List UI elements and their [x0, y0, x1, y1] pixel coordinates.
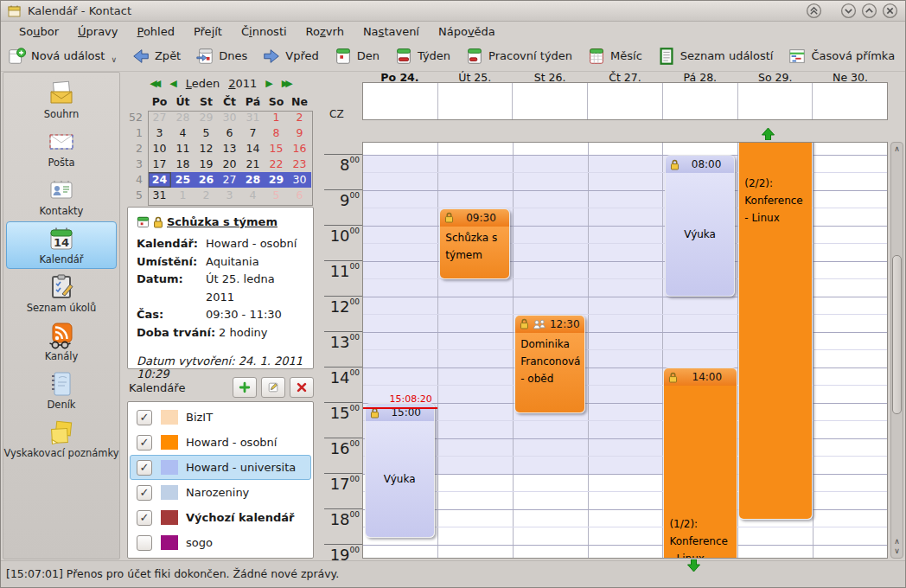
- week-number[interactable]: 3: [127, 157, 148, 172]
- mini-calendar-day[interactable]: 1: [171, 188, 195, 203]
- event-title-link[interactable]: Schůzka s týmem: [167, 215, 278, 228]
- delete-calendar-button[interactable]: [290, 377, 314, 398]
- mini-calendar-day[interactable]: 1: [265, 110, 288, 125]
- mini-calendar-day[interactable]: 28: [171, 110, 195, 125]
- mini-calendar-day[interactable]: 11: [171, 141, 195, 157]
- mini-calendar-day[interactable]: 22: [265, 157, 288, 172]
- mini-calendar-day[interactable]: 30: [218, 110, 241, 125]
- close-icon[interactable]: [882, 3, 898, 19]
- agenda-event[interactable]: (2/2): Konference - Linux: [738, 142, 813, 520]
- sidebar-item[interactable]: Vyskakovací poznámky: [6, 415, 117, 463]
- agenda-day-header[interactable]: Po 24.: [362, 71, 437, 83]
- mini-calendar-day[interactable]: 10: [148, 141, 171, 157]
- toolbar-button[interactable]: Seznam událostí: [657, 47, 774, 66]
- calendar-checkbox[interactable]: ✓: [137, 460, 152, 476]
- mini-calendar-day[interactable]: 26: [195, 172, 218, 188]
- mini-calendar-day[interactable]: 14: [241, 141, 265, 157]
- all-day-cell[interactable]: [813, 83, 887, 119]
- add-calendar-button[interactable]: [233, 377, 257, 398]
- vertical-scrollbar[interactable]: ∧ ∧ ∨: [890, 142, 903, 559]
- day-column[interactable]: [589, 143, 664, 558]
- sidebar-item[interactable]: 14Kalendář: [6, 221, 117, 269]
- scrollbar-thumb[interactable]: [892, 255, 902, 414]
- all-day-cell[interactable]: [663, 83, 738, 119]
- scroll-up-icon[interactable]: ∧: [891, 144, 903, 153]
- mini-calendar-day[interactable]: 29: [265, 172, 288, 188]
- edit-calendar-button[interactable]: [261, 377, 285, 398]
- mini-calendar-day[interactable]: 21: [241, 157, 265, 172]
- all-day-cell[interactable]: [363, 83, 438, 119]
- scroll-down-icon[interactable]: ∨: [891, 546, 903, 555]
- year-label[interactable]: 2011: [228, 77, 257, 90]
- calendar-list-item[interactable]: ✓Howard - universita: [130, 455, 311, 480]
- mini-calendar-day[interactable]: 15: [265, 141, 288, 157]
- agenda-day-header[interactable]: St 26.: [513, 71, 588, 83]
- toolbar-button[interactable]: Týden: [394, 47, 450, 66]
- mini-calendar-day[interactable]: 7: [241, 125, 265, 141]
- previous-month-button[interactable]: ◀: [169, 79, 176, 88]
- calendar-checkbox[interactable]: ✓: [137, 410, 152, 425]
- mini-calendar-day[interactable]: 3: [148, 125, 171, 141]
- mini-calendar-day[interactable]: 8: [265, 125, 288, 141]
- week-number[interactable]: 52: [127, 110, 148, 125]
- mini-calendar-day[interactable]: 2: [195, 188, 218, 203]
- sidebar-item[interactable]: Seznam úkolů: [6, 270, 117, 317]
- keep-above-icon[interactable]: [806, 3, 822, 19]
- day-column[interactable]: [438, 143, 514, 558]
- mini-calendar-day[interactable]: 31: [241, 110, 265, 125]
- toolbar-button[interactable]: Den: [334, 47, 380, 66]
- mini-calendar-day[interactable]: 2: [288, 110, 311, 125]
- mini-calendar-day[interactable]: 30: [288, 172, 311, 188]
- next-month-button[interactable]: ▶: [265, 79, 272, 88]
- menu-item[interactable]: Pohled: [128, 23, 184, 40]
- calendar-list-item[interactable]: sogo: [130, 530, 311, 555]
- calendar-checkbox[interactable]: ✓: [137, 485, 152, 501]
- mini-calendar-day[interactable]: 29: [195, 110, 218, 125]
- scroll-up-icon[interactable]: ∧: [891, 537, 903, 546]
- week-number[interactable]: 5: [127, 188, 148, 203]
- mini-calendar-day[interactable]: 16: [288, 141, 311, 157]
- menu-item[interactable]: Rozvrh: [297, 23, 354, 40]
- calendar-checkbox[interactable]: [137, 535, 152, 551]
- all-day-cell[interactable]: [738, 83, 813, 119]
- menu-item[interactable]: Činnosti: [232, 23, 297, 40]
- maximize-icon[interactable]: [861, 3, 877, 19]
- mini-calendar-day[interactable]: 27: [148, 110, 171, 125]
- mini-calendar-day[interactable]: 4: [241, 188, 265, 203]
- mini-calendar-day[interactable]: 19: [195, 157, 218, 172]
- sidebar-item[interactable]: Kanály: [6, 318, 117, 366]
- mini-calendar-day[interactable]: 5: [195, 125, 218, 141]
- agenda-day-header[interactable]: Pá 28.: [662, 71, 737, 83]
- mini-calendar-day[interactable]: 28: [241, 172, 265, 188]
- agenda-event[interactable]: 09:30Schůzka s týmem: [439, 208, 509, 279]
- calendar-checkbox[interactable]: ✓: [137, 510, 152, 526]
- calendar-list-item[interactable]: ✓Výchozí kalendář: [130, 505, 311, 530]
- month-label[interactable]: Leden: [186, 77, 220, 90]
- week-number[interactable]: 2: [127, 141, 148, 157]
- menu-item[interactable]: Nastavení: [354, 23, 429, 40]
- toolbar-button[interactable]: Pracovní týden: [465, 47, 572, 66]
- toolbar-button[interactable]: Dnes: [195, 47, 247, 66]
- mini-calendar-day[interactable]: 3: [218, 188, 241, 203]
- all-day-cell[interactable]: [438, 83, 514, 119]
- calendar-checkbox[interactable]: ✓: [137, 435, 152, 451]
- calendar-list-item[interactable]: ✓Howard - osobní: [130, 430, 311, 455]
- week-number[interactable]: 1: [127, 125, 148, 141]
- agenda-event[interactable]: 14:00(1/2): Konference - Linux: [663, 368, 737, 559]
- minimize-icon[interactable]: [840, 3, 857, 19]
- sidebar-item[interactable]: Pošta: [6, 125, 117, 172]
- mini-calendar-day[interactable]: 23: [288, 157, 311, 172]
- toolbar-button[interactable]: Vpřed: [262, 47, 318, 66]
- menu-item[interactable]: Přejít: [184, 23, 232, 40]
- toolbar-button[interactable]: Nová událost∨: [8, 47, 117, 66]
- toolbar-button[interactable]: Časová přímka: [788, 47, 895, 66]
- week-number[interactable]: 4: [127, 172, 148, 188]
- agenda-event[interactable]: 15:00Výuka: [365, 403, 435, 538]
- mini-calendar-day[interactable]: 25: [171, 172, 195, 188]
- agenda-day-header[interactable]: Čt 27.: [588, 71, 663, 83]
- toolbar-button[interactable]: Měsíc: [587, 47, 642, 66]
- mini-calendar-day[interactable]: 5: [265, 188, 288, 203]
- previous-year-button[interactable]: ◀◀: [150, 79, 161, 88]
- sidebar-item[interactable]: Deník: [6, 367, 117, 414]
- agenda-event[interactable]: 08:00Výuka: [665, 155, 735, 297]
